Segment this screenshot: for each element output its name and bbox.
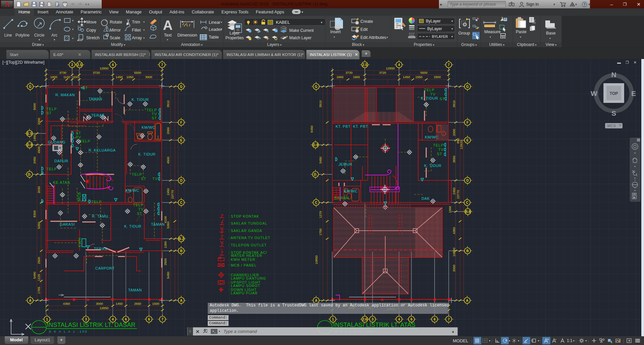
- svg-text:TELP: TELP: [46, 107, 57, 111]
- svg-text:1000: 1000: [448, 206, 452, 213]
- svg-text:1: 1: [332, 318, 334, 321]
- svg-text:MCB: MCB: [77, 192, 81, 201]
- svg-text:Copy: Copy: [86, 28, 96, 33]
- svg-text:2000: 2000: [452, 129, 456, 136]
- svg-text:▾: ▾: [221, 28, 222, 31]
- svg-text:Table: Table: [209, 35, 219, 40]
- svg-text:1100: 1100: [63, 75, 70, 79]
- svg-text:3450: 3450: [318, 157, 322, 164]
- svg-text:▾: ▾: [143, 20, 145, 23]
- svg-text:LAMPU PIJAR: LAMPU PIJAR: [231, 291, 258, 295]
- svg-text:2000: 2000: [37, 118, 41, 125]
- svg-text:6: 6: [125, 318, 127, 321]
- svg-text:TV: TV: [438, 148, 444, 152]
- svg-text:D: D: [180, 179, 182, 182]
- svg-text:WCS: WCS: [607, 124, 616, 128]
- svg-text:D.9: D.9: [27, 143, 32, 147]
- svg-text:12920: 12920: [459, 140, 463, 149]
- svg-text:3910: 3910: [318, 100, 322, 107]
- svg-text:C: C: [180, 201, 182, 205]
- svg-text:A: A: [466, 299, 468, 302]
- svg-text:5500: 5500: [134, 71, 141, 74]
- svg-text:BAWAH: BAWAH: [334, 196, 349, 200]
- svg-text:ST: ST: [437, 152, 442, 156]
- svg-text:Properties: Properties: [226, 36, 244, 40]
- svg-text:K. TIDUR: K. TIDUR: [421, 96, 438, 100]
- svg-text:KM/WC: KM/WC: [142, 125, 155, 129]
- svg-text:DAK: DAK: [422, 196, 430, 200]
- svg-text:2500: 2500: [163, 258, 167, 265]
- svg-text:N: N: [611, 71, 616, 78]
- svg-text:2500: 2500: [434, 75, 441, 79]
- svg-text:ByLayer: ByLayer: [427, 26, 442, 31]
- svg-text:7: 7: [161, 63, 163, 67]
- svg-text:▾: ▾: [72, 37, 73, 40]
- svg-text:A: A: [315, 299, 317, 302]
- svg-text:1450: 1450: [403, 75, 410, 79]
- svg-text:: SAKLAR GANDA: : SAKLAR GANDA: [228, 229, 262, 233]
- svg-text:2550: 2550: [134, 302, 141, 305]
- svg-text:Edit: Edit: [360, 27, 368, 32]
- svg-text:7: 7: [448, 63, 450, 67]
- svg-text:12950: 12950: [386, 66, 395, 70]
- svg-text:ST: ST: [141, 177, 146, 181]
- svg-text:2450: 2450: [166, 188, 170, 195]
- svg-text:TELP: TELP: [133, 203, 144, 207]
- svg-text:A: A: [5, 1, 10, 8]
- svg-text:TELP: TELP: [424, 88, 435, 92]
- svg-text:1865: 1865: [353, 75, 360, 79]
- svg-text:1050: 1050: [126, 75, 133, 79]
- svg-text:A: A: [180, 299, 182, 302]
- svg-text:GUDANG: GUDANG: [48, 140, 65, 144]
- svg-text:TOP: TOP: [610, 91, 618, 96]
- svg-text:G: G: [466, 85, 469, 89]
- svg-text:Polyline: Polyline: [15, 33, 30, 38]
- svg-text:1550: 1550: [415, 75, 422, 79]
- svg-text:Leader: Leader: [209, 27, 222, 32]
- svg-text:5500: 5500: [420, 71, 427, 74]
- svg-text:12950: 12950: [100, 66, 108, 70]
- svg-text:TELP: TELP: [146, 108, 157, 112]
- svg-text:CARPORT: CARPORT: [95, 266, 115, 270]
- svg-text:4500: 4500: [166, 157, 170, 164]
- svg-text:4: 4: [398, 318, 400, 321]
- svg-text:7: 7: [448, 318, 450, 321]
- svg-text:2500: 2500: [37, 257, 41, 264]
- svg-text:3000: 3000: [96, 302, 103, 305]
- svg-text:TAMAN: TAMAN: [128, 288, 142, 292]
- svg-text:GARASI: GARASI: [60, 222, 75, 226]
- svg-text:Mirror: Mirror: [110, 28, 121, 33]
- svg-text:E: E: [631, 90, 636, 97]
- svg-text:1260: 1260: [163, 241, 167, 248]
- svg-text:B.8: B.8: [465, 210, 470, 214]
- svg-text:A: A: [29, 299, 31, 302]
- svg-text:▾: ▾: [167, 38, 168, 41]
- svg-text:3910: 3910: [452, 100, 456, 107]
- svg-text:WATER HEATER: WATER HEATER: [231, 253, 262, 257]
- svg-text:TELP: TELP: [132, 172, 142, 176]
- svg-text:▾: ▾: [72, 19, 73, 22]
- svg-text:Insert: Insert: [330, 30, 341, 34]
- svg-text:3730: 3730: [345, 71, 352, 74]
- svg-text:▾: ▾: [72, 28, 73, 31]
- svg-text:ST: ST: [46, 111, 52, 115]
- svg-text:1800: 1800: [50, 75, 57, 79]
- svg-text:TERAS: TERAS: [94, 247, 107, 251]
- svg-text:3910: 3910: [166, 100, 170, 107]
- svg-text:4350: 4350: [63, 302, 70, 305]
- svg-text:F: F: [180, 121, 182, 124]
- svg-text:Measure: Measure: [484, 30, 501, 34]
- svg-text:K. TIDUR: K. TIDUR: [424, 164, 442, 168]
- svg-text:▾: ▾: [490, 36, 491, 39]
- svg-text:R. KELUARGA: R. KELUARGA: [89, 148, 116, 152]
- svg-text:Base: Base: [546, 31, 556, 36]
- svg-text:Scale: Scale: [110, 36, 120, 40]
- svg-text:830: 830: [73, 75, 79, 79]
- svg-text:Edit Attributes: Edit Attributes: [360, 35, 386, 40]
- svg-text:ST: ST: [137, 212, 142, 216]
- svg-text:KT. PBT: KT. PBT: [353, 124, 368, 128]
- svg-text:1865: 1865: [336, 75, 343, 79]
- svg-text:1270: 1270: [318, 211, 322, 218]
- svg-text:2.6: 2.6: [362, 318, 367, 321]
- svg-text:TV: TV: [76, 135, 81, 139]
